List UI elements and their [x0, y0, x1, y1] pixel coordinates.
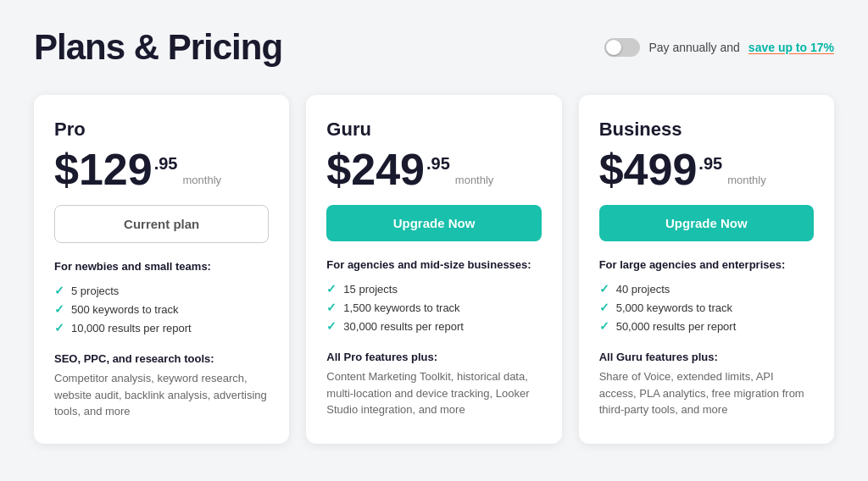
feature-item: ✓ 10,000 results per report: [54, 318, 269, 337]
check-icon: ✓: [599, 319, 609, 333]
billing-label: Pay annually and: [648, 41, 739, 54]
feature-item: ✓ 15 projects: [326, 279, 541, 298]
plan-price-period: monthly: [183, 174, 222, 186]
feature-list: ✓ 15 projects ✓ 1,500 keywords to track …: [326, 279, 541, 335]
plan-price-cents: .95: [426, 154, 450, 174]
plan-price-period: monthly: [727, 174, 766, 186]
check-icon: ✓: [54, 284, 64, 297]
extras-title: All Pro features plus:: [326, 351, 541, 363]
plan-cta-button[interactable]: Upgrade Now: [326, 205, 541, 241]
extras-title: SEO, PPC, and research tools:: [54, 352, 269, 365]
feature-item: ✓ 40 projects: [599, 279, 814, 298]
feature-text: 5,000 keywords to track: [616, 301, 732, 314]
plan-price-row: $499 .95 monthly: [599, 147, 814, 191]
plan-card-pro: Pro $129 .95 monthly Current plan For ne…: [34, 95, 289, 444]
plan-price-period: monthly: [455, 174, 494, 186]
plan-card-business: Business $499 .95 monthly Upgrade Now Fo…: [579, 95, 834, 444]
page-title: Plans & Pricing: [34, 27, 282, 68]
feature-item: ✓ 50,000 results per report: [599, 317, 814, 335]
feature-list: ✓ 5 projects ✓ 500 keywords to track ✓ 1…: [54, 281, 269, 337]
feature-item: ✓ 500 keywords to track: [54, 300, 269, 318]
feature-item: ✓ 5 projects: [54, 281, 269, 300]
annual-billing-toggle[interactable]: [604, 38, 640, 57]
feature-text: 15 projects: [343, 283, 398, 296]
save-text: save up to 17%: [748, 41, 834, 54]
check-icon: ✓: [599, 282, 609, 296]
extras-text: Competitor analysis, keyword research, w…: [54, 370, 269, 420]
plan-price-cents: .95: [698, 154, 722, 174]
plan-price-cents: .95: [154, 154, 178, 174]
billing-toggle-area: Pay annually and save up to 17%: [604, 38, 834, 57]
plan-price-row: $129 .95 monthly: [54, 147, 269, 191]
feature-item: ✓ 1,500 keywords to track: [326, 298, 541, 317]
plan-card-guru: Guru $249 .95 monthly Upgrade Now For ag…: [306, 95, 561, 444]
plan-price-row: $249 .95 monthly: [326, 147, 541, 191]
check-icon: ✓: [54, 321, 64, 334]
extras-text: Content Marketing Toolkit, historical da…: [326, 368, 541, 418]
feature-text: 500 keywords to track: [71, 303, 178, 316]
plan-price-main: $499: [599, 147, 698, 191]
plan-target-label: For newbies and small teams:: [54, 260, 269, 273]
check-icon: ✓: [54, 302, 64, 316]
plan-name: Guru: [326, 119, 541, 141]
plan-cta-button[interactable]: Current plan: [54, 205, 269, 243]
feature-text: 30,000 results per report: [343, 320, 464, 333]
feature-text: 5 projects: [71, 285, 119, 297]
check-icon: ✓: [326, 319, 337, 333]
extras-text: Share of Voice, extended limits, API acc…: [599, 368, 814, 418]
feature-text: 10,000 results per report: [71, 322, 192, 334]
check-icon: ✓: [326, 282, 337, 296]
plans-grid: Pro $129 .95 monthly Current plan For ne…: [34, 95, 834, 444]
plan-name: Business: [599, 119, 814, 141]
plan-cta-button[interactable]: Upgrade Now: [599, 205, 814, 241]
feature-item: ✓ 30,000 results per report: [326, 317, 541, 335]
plan-target-label: For agencies and mid-size businesses:: [326, 258, 541, 271]
feature-text: 1,500 keywords to track: [343, 301, 459, 314]
plan-price-main: $249: [326, 147, 425, 191]
feature-item: ✓ 5,000 keywords to track: [599, 298, 814, 317]
check-icon: ✓: [599, 301, 609, 314]
plan-name: Pro: [54, 119, 269, 141]
feature-text: 50,000 results per report: [616, 320, 737, 333]
feature-text: 40 projects: [616, 283, 670, 296]
plan-target-label: For large agencies and enterprises:: [599, 258, 814, 271]
feature-list: ✓ 40 projects ✓ 5,000 keywords to track …: [599, 279, 814, 335]
check-icon: ✓: [326, 301, 337, 314]
extras-title: All Guru features plus:: [599, 351, 814, 363]
plan-price-main: $129: [54, 147, 153, 191]
page-header: Plans & Pricing Pay annually and save up…: [34, 27, 834, 68]
